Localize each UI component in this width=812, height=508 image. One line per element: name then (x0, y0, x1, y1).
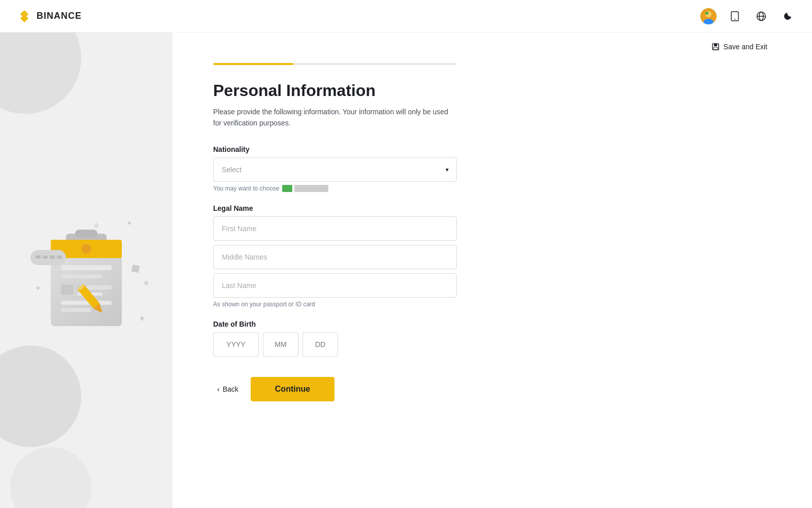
last-name-input[interactable] (213, 273, 457, 298)
page-description: Please provide the following information… (213, 106, 457, 129)
nationality-select[interactable]: Select (213, 157, 457, 182)
globe-svg (756, 11, 766, 21)
globe-icon[interactable] (753, 8, 769, 24)
kyc-illustration (20, 199, 152, 341)
save-icon (712, 43, 720, 51)
progress-bar-fill (213, 63, 293, 65)
svg-point-5 (734, 19, 735, 20)
hint-flag: ██████ (282, 185, 328, 192)
nationality-label: Nationality (213, 145, 589, 153)
svg-point-36 (37, 287, 40, 290)
svg-rect-31 (131, 265, 140, 273)
content-area: Save and Exit Personal Information Pleas… (173, 33, 812, 508)
bg-circle-2 (0, 345, 81, 447)
back-button[interactable]: ‹ Back (213, 383, 243, 395)
back-chevron-icon: ‹ (217, 385, 220, 393)
svg-point-35 (128, 221, 131, 225)
svg-rect-15 (61, 265, 112, 270)
hint-label: You may want to choose (213, 185, 279, 192)
svg-rect-29 (50, 256, 55, 259)
save-exit-button[interactable]: Save and Exit (707, 41, 771, 53)
back-label: Back (223, 385, 239, 393)
middle-name-input[interactable] (213, 245, 457, 269)
binance-logo-icon (16, 8, 32, 24)
blurred-country: ██████ (294, 185, 328, 192)
bg-circle-3 (10, 447, 91, 508)
tablet-icon[interactable] (727, 8, 743, 24)
dob-day-input[interactable] (302, 332, 338, 357)
nationality-select-wrapper: Select ▾ (213, 157, 457, 182)
main-layout: Save and Exit Personal Information Pleas… (0, 33, 812, 508)
continue-button[interactable]: Continue (251, 377, 334, 401)
progress-bar-container (213, 63, 457, 65)
header: BINANCE (0, 0, 812, 33)
svg-point-3 (705, 12, 708, 15)
svg-rect-39 (714, 44, 717, 46)
first-name-input[interactable] (213, 216, 457, 241)
form-actions: ‹ Back Continue (213, 377, 589, 401)
dob-field-group: Date of Birth (213, 320, 589, 357)
flag-icon (282, 185, 292, 192)
legal-name-note: As shown on your passport or ID card (213, 301, 589, 308)
svg-point-14 (81, 244, 91, 254)
user-avatar[interactable] (700, 8, 717, 24)
logo[interactable]: BINANCE (16, 8, 82, 24)
nationality-hint: You may want to choose ██████ (213, 185, 589, 192)
tablet-svg (730, 11, 740, 21)
dob-year-input[interactable] (213, 332, 259, 357)
header-icons (700, 8, 796, 24)
form-container: Personal Information Please provide the … (173, 53, 629, 432)
legal-name-field-group: Legal Name As shown on your passport or … (213, 204, 589, 308)
bg-circle-1 (0, 33, 81, 114)
dob-month-input[interactable] (263, 332, 298, 357)
avatar-image (700, 8, 717, 24)
svg-rect-12 (75, 230, 97, 238)
svg-rect-20 (61, 301, 112, 305)
page-title: Personal Information (213, 81, 589, 100)
svg-point-37 (144, 281, 148, 285)
legal-name-label: Legal Name (213, 204, 589, 212)
svg-rect-30 (57, 256, 62, 259)
sidebar-illustration (0, 33, 173, 508)
svg-rect-28 (43, 256, 48, 259)
svg-marker-34 (140, 316, 144, 321)
continue-label: Continue (275, 385, 310, 393)
svg-rect-16 (61, 274, 101, 278)
moon-svg (783, 11, 793, 21)
svg-rect-21 (61, 308, 91, 312)
dark-mode-icon[interactable] (780, 8, 796, 24)
nationality-field-group: Nationality Select ▾ You may want to cho… (213, 145, 589, 192)
logo-text: BINANCE (37, 11, 82, 21)
dob-inputs-row (213, 332, 589, 357)
save-exit-label: Save and Exit (724, 43, 767, 51)
save-exit-bar: Save and Exit (173, 33, 812, 53)
svg-marker-32 (94, 223, 99, 229)
dob-label: Date of Birth (213, 320, 589, 328)
svg-rect-27 (36, 256, 41, 259)
svg-rect-17 (61, 284, 73, 295)
